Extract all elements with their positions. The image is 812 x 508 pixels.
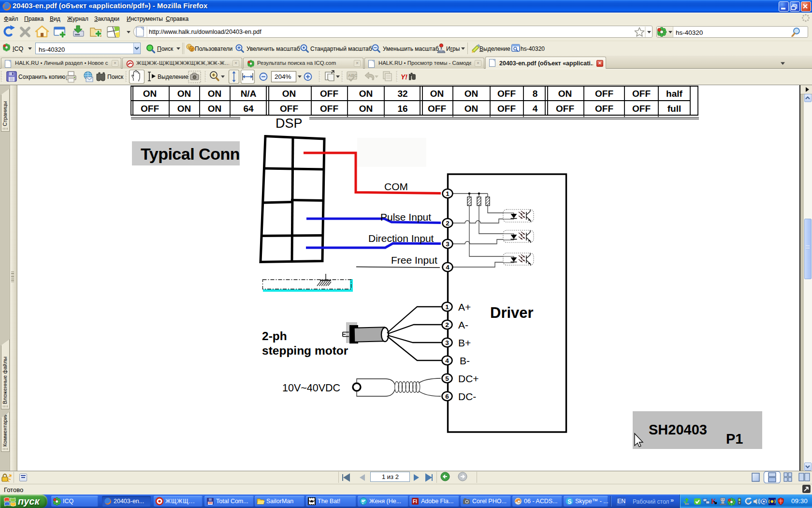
svg-text:OFF: OFF [632, 89, 651, 99]
svg-text:ABC: ABC [348, 73, 358, 78]
svg-text:DC+: DC+ [458, 373, 479, 384]
svg-text:B-: B- [460, 355, 470, 366]
svg-text:N/A: N/A [241, 89, 257, 99]
svg-text:8: 8 [533, 89, 538, 99]
svg-text:OFF: OFF [428, 104, 446, 114]
svg-text:OFF: OFF [320, 89, 338, 99]
svg-text:3: 3 [445, 339, 449, 346]
svg-text:2: 2 [446, 220, 450, 227]
svg-text:DSP: DSP [276, 116, 303, 131]
svg-text:ON: ON [177, 104, 191, 114]
svg-text:ON: ON [359, 104, 373, 114]
svg-text:Typical Conn: Typical Conn [141, 145, 240, 163]
svg-text:Fl: Fl [413, 499, 417, 504]
svg-text:ON: ON [464, 104, 478, 114]
svg-text:S: S [567, 498, 571, 505]
svg-text:4: 4 [533, 104, 538, 114]
svg-text:ON: ON [208, 89, 222, 99]
svg-text:A+: A+ [458, 301, 471, 313]
svg-text:COM: COM [384, 181, 408, 192]
svg-text:OFF: OFF [595, 104, 613, 114]
svg-text:OFF: OFF [320, 104, 338, 114]
svg-text:OFF: OFF [497, 104, 516, 114]
svg-text:16: 16 [397, 104, 407, 114]
svg-text:OFF: OFF [595, 89, 613, 99]
svg-text:OFF: OFF [632, 104, 651, 114]
svg-text:Free Input: Free Input [391, 254, 437, 266]
svg-text:ON: ON [558, 89, 572, 99]
svg-text:Выделение: Выделение [158, 74, 188, 80]
svg-text:full: full [667, 104, 682, 114]
svg-text:Pulse Input: Pulse Input [380, 211, 431, 223]
svg-text:1: 1 [445, 303, 449, 311]
svg-text:P1: P1 [726, 431, 743, 447]
svg-text:OFF: OFF [497, 89, 516, 99]
svg-text:5: 5 [445, 375, 449, 382]
svg-text:10V~40VDC: 10V~40VDC [282, 382, 340, 394]
svg-text:64: 64 [243, 104, 254, 114]
svg-text:OFF: OFF [141, 104, 159, 114]
svg-text:Поиск: Поиск [107, 74, 124, 80]
svg-text:ON: ON [282, 89, 296, 99]
svg-text:204%: 204% [275, 73, 291, 80]
svg-text:Direction Input: Direction Input [368, 233, 434, 244]
svg-text:2: 2 [445, 321, 449, 329]
svg-text:4: 4 [446, 264, 450, 271]
svg-text:stepping motor: stepping motor [262, 344, 348, 357]
svg-text:6: 6 [445, 393, 449, 400]
svg-text:ON: ON [430, 89, 444, 99]
svg-text:B+: B+ [458, 337, 471, 348]
svg-text:32: 32 [397, 89, 407, 99]
svg-text:A-: A- [458, 319, 468, 330]
svg-text:1: 1 [446, 190, 450, 197]
svg-text:Сохранить копию: Сохранить копию [18, 74, 65, 80]
svg-text:Y!: Y! [401, 73, 407, 81]
svg-text:ON: ON [143, 89, 157, 99]
svg-text:ON: ON [177, 89, 191, 99]
svg-text:OFF: OFF [556, 104, 574, 114]
svg-text:half: half [666, 89, 682, 99]
svg-text:SH20403: SH20403 [649, 422, 707, 437]
svg-text:2-ph: 2-ph [262, 329, 287, 343]
svg-text:ON: ON [359, 89, 373, 99]
svg-text:4: 4 [445, 357, 449, 364]
svg-text:Driver: Driver [490, 304, 534, 321]
svg-text:3: 3 [446, 240, 450, 248]
svg-text:ON: ON [464, 89, 478, 99]
svg-text:ON: ON [208, 104, 222, 114]
svg-text:DC-: DC- [458, 391, 476, 402]
svg-text:OFF: OFF [280, 104, 298, 114]
